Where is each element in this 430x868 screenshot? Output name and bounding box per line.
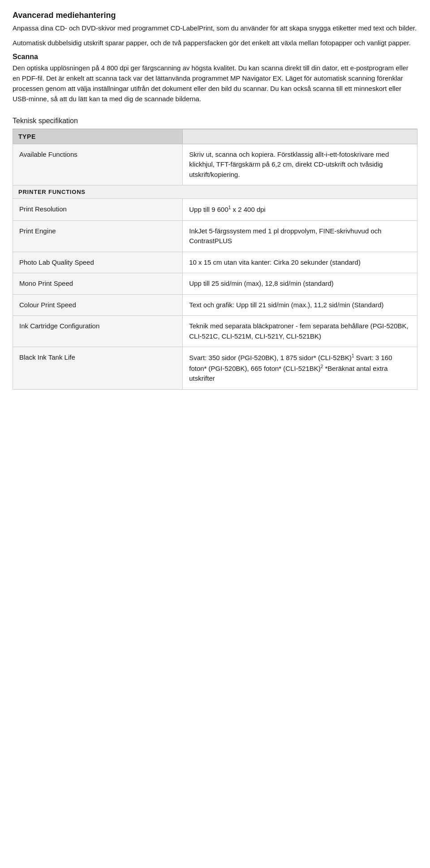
spec-label: Colour Print Speed [13, 294, 183, 316]
tech-spec-section: Teknisk specifikation TYPE Available Fun… [13, 117, 417, 390]
table-row: Print Engine InkJet 5-färgssystem med 1 … [13, 220, 417, 252]
spec-label: Available Functions [13, 144, 183, 185]
intro-paragraph1: Anpassa dina CD- och DVD-skivor med prog… [13, 23, 417, 33]
table-row: Photo Lab Quality Speed 10 x 15 cm utan … [13, 252, 417, 273]
section-header-value [183, 129, 417, 144]
spec-value: Teknik med separata bläckpatroner - fem … [183, 316, 417, 347]
spec-value: Svart: 350 sidor (PGI-520BK), 1 875 sido… [183, 347, 417, 390]
spec-label: Ink Cartridge Configuration [13, 316, 183, 347]
table-row: Colour Print Speed Text och grafik: Upp … [13, 294, 417, 316]
intro-paragraph2: Automatisk dubbelsidig utskrift sparar p… [13, 38, 417, 48]
spec-value: Upp till 9 6001 x 2 400 dpi [183, 199, 417, 221]
table-row: Available Functions Skriv ut, scanna och… [13, 144, 417, 185]
spec-label: Print Resolution [13, 199, 183, 221]
scan-heading: Scanna [13, 53, 417, 61]
section-header-row: TYPE [13, 129, 417, 144]
section-header-label: TYPE [13, 129, 183, 144]
spec-value: 10 x 15 cm utan vita kanter: Cirka 20 se… [183, 252, 417, 273]
spec-label: Photo Lab Quality Speed [13, 252, 183, 273]
table-row: Ink Cartridge Configuration Teknik med s… [13, 316, 417, 347]
spec-value: Text och grafik: Upp till 21 sid/min (ma… [183, 294, 417, 316]
table-row: Print Resolution Upp till 9 6001 x 2 400… [13, 199, 417, 221]
spec-label: Black Ink Tank Life [13, 347, 183, 390]
scan-paragraph: Den optiska upplösningen på 4 800 dpi ge… [13, 63, 417, 104]
tech-spec-heading: Teknisk specifikation [13, 117, 417, 125]
spec-value: InkJet 5-färgssystem med 1 pl droppvolym… [183, 220, 417, 252]
spec-label: Print Engine [13, 220, 183, 252]
table-row: Black Ink Tank Life Svart: 350 sidor (PG… [13, 347, 417, 390]
spec-value: Upp till 25 sid/min (max), 12,8 sid/min … [183, 273, 417, 295]
intro-section: Avancerad mediehantering Anpassa dina CD… [13, 11, 417, 104]
table-row: Mono Print Speed Upp till 25 sid/min (ma… [13, 273, 417, 295]
subsection-header-label: PRINTER FUNCTIONS [13, 185, 417, 199]
spec-label: Mono Print Speed [13, 273, 183, 295]
spec-table: TYPE Available Functions Skriv ut, scann… [13, 129, 417, 390]
spec-value: Skriv ut, scanna och kopiera. Förstklass… [183, 144, 417, 185]
intro-title: Avancerad mediehantering [13, 11, 417, 20]
subsection-header-row: PRINTER FUNCTIONS [13, 185, 417, 199]
